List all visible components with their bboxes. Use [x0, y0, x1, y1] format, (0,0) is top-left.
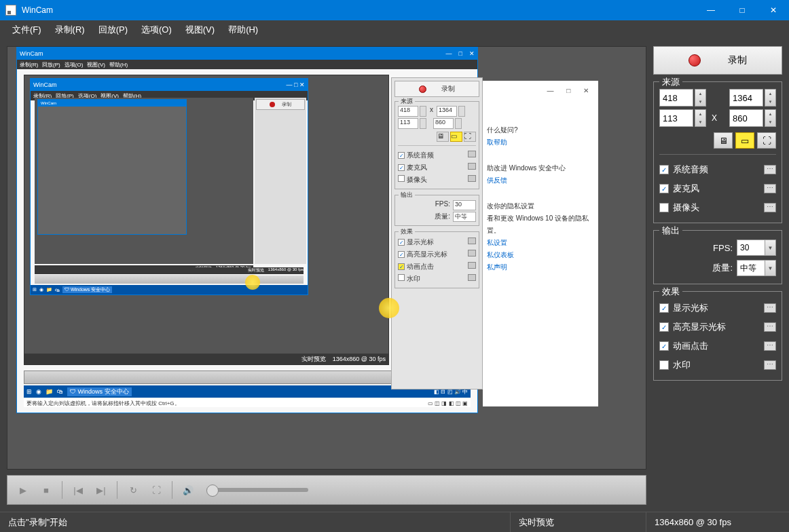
nested-winsec-panel: — □ ✕ 什么疑问? 取帮助 助改进 Windows 安全中心 供反馈 改你的… [483, 81, 598, 406]
watermark-label: 水印 [673, 359, 691, 371]
maximize-button[interactable]: □ [727, 0, 758, 20]
nested-menubar: 录制(R)回放(P)选项(O)视图(V)帮助(H) [17, 60, 477, 69]
system-audio-checkbox[interactable]: ✓ [659, 165, 669, 174]
menu-playback[interactable]: 回放(P) [92, 21, 134, 39]
main-area: WinCam —□✕ 录制(R)回放(P)选项(O)视图(V)帮助(H) Win… [0, 39, 789, 512]
nested-sidebar-panel: 录制 来源 418x1364 113 860 🖥▭⛶ ✓ 系统音频 ✓ 麦克风 … [391, 77, 483, 390]
crop-icon: ⛶ [763, 136, 771, 146]
highlight-cursor-options-button[interactable] [764, 322, 776, 332]
menubar: 文件(F) 录制(R) 回放(P) 选项(O) 视图(V) 帮助(H) [0, 20, 789, 39]
quality-label: 质量: [712, 262, 733, 274]
skip-start-button[interactable]: |◀ [68, 480, 88, 500]
show-cursor-options-button[interactable] [764, 303, 776, 313]
highlight-cursor-label: 高亮显示光标 [673, 321, 726, 333]
play-button[interactable]: ▶ [13, 480, 33, 500]
fps-label: FPS: [713, 243, 733, 253]
panel-output-legend: 输出 [659, 225, 682, 237]
source-h-spinner[interactable]: ▲▼ [765, 109, 776, 127]
titlebar: WinCam — □ ✕ [0, 0, 789, 20]
source-x-input[interactable] [659, 89, 693, 107]
status-hint: 点击"录制"开始 [0, 512, 511, 532]
camera-checkbox[interactable] [659, 203, 669, 212]
watermark-options-button[interactable] [764, 360, 776, 370]
source-w-spinner[interactable]: ▲▼ [765, 89, 776, 107]
panel-source-legend: 来源 [659, 76, 682, 88]
minimize-button[interactable]: — [695, 0, 727, 20]
close-button[interactable]: ✕ [758, 0, 789, 20]
source-x-spinner[interactable]: ▲▼ [695, 89, 706, 107]
menu-file[interactable]: 文件(F) [5, 21, 48, 39]
show-cursor-label: 显示光标 [673, 302, 708, 314]
source-h-input[interactable] [729, 109, 763, 127]
quality-select[interactable]: 中等▼ [737, 260, 776, 276]
show-cursor-checkbox[interactable]: ✓ [659, 303, 669, 313]
source-y-input[interactable] [659, 109, 693, 127]
mode-window-button[interactable]: ▭ [735, 132, 754, 149]
status-preview: 实时预览 [511, 512, 646, 532]
highlight-cursor-checkbox[interactable]: ✓ [659, 322, 669, 332]
status-resolution: 1364x860 @ 30 fps [646, 512, 789, 532]
window-icon: ▭ [741, 136, 749, 146]
source-w-input[interactable] [729, 89, 763, 107]
watermark-checkbox[interactable] [659, 360, 669, 370]
animate-click-checkbox[interactable]: ✓ [659, 341, 669, 351]
source-y-spinner[interactable]: ▲▼ [695, 109, 706, 127]
sidebar: 录制 来源 ▲▼ ▲▼ ▲▼ X ▲▼ 🖥 ▭ [646, 39, 789, 512]
nested-preview: WinCam— □ ✕ 录制(R)回放(P)选项(O)视图(V)帮助(H) Wi… [24, 75, 389, 365]
nested-titlebar: WinCam —□✕ [17, 48, 477, 60]
camera-options-button[interactable] [764, 203, 776, 212]
camera-label: 摄像头 [673, 202, 699, 214]
monitor-icon: 🖥 [719, 136, 728, 146]
system-audio-label: 系统音频 [673, 164, 708, 176]
volume-icon[interactable]: 🔊 [178, 480, 198, 500]
system-audio-options-button[interactable] [764, 165, 776, 174]
statusbar: 点击"录制"开始 实时预览 1364x860 @ 30 fps [0, 512, 789, 532]
animate-click-options-button[interactable] [764, 341, 776, 351]
volume-slider[interactable] [206, 488, 308, 492]
fps-select[interactable]: 30▼ [737, 240, 776, 256]
preview-pane: WinCam —□✕ 录制(R)回放(P)选项(O)视图(V)帮助(H) Win… [0, 39, 646, 512]
fullscreen-button[interactable]: ⛶ [146, 480, 166, 500]
menu-options[interactable]: 选项(O) [134, 21, 179, 39]
chevron-down-icon: ▼ [765, 240, 775, 255]
microphone-options-button[interactable] [764, 184, 776, 193]
preview-viewport[interactable]: WinCam —□✕ 录制(R)回放(P)选项(O)视图(V)帮助(H) Win… [7, 46, 646, 470]
window-title: WinCam [22, 5, 695, 15]
panel-effects: 效果 ✓显示光标 ✓高亮显示光标 ✓动画点击 水印 [653, 291, 782, 381]
record-dot-icon [689, 54, 701, 66]
x-separator: X [712, 113, 717, 123]
panel-output: 输出 FPS: 30▼ 质量: 中等▼ [653, 230, 782, 284]
app-logo-icon [5, 5, 16, 16]
menu-view[interactable]: 视图(V) [179, 21, 221, 39]
mode-region-button[interactable]: ⛶ [757, 132, 776, 149]
transport-bar: ▶ ■ |◀ ▶| ↻ ⛶ 🔊 [7, 475, 646, 505]
panel-source: 来源 ▲▼ ▲▼ ▲▼ X ▲▼ 🖥 ▭ ⛶ [653, 81, 782, 223]
mode-fullscreen-button[interactable]: 🖥 [714, 132, 733, 149]
menu-record[interactable]: 录制(R) [48, 21, 92, 39]
menu-help[interactable]: 帮助(H) [221, 21, 265, 39]
stop-button[interactable]: ■ [36, 480, 56, 500]
microphone-checkbox[interactable]: ✓ [659, 184, 669, 193]
nested2-right-sidebar: 录制 [255, 98, 306, 264]
record-label: 录制 [728, 54, 747, 66]
animate-click-label: 动画点击 [673, 340, 708, 352]
nested-vm-hint: 要将输入定向到该虚拟机，请将鼠标指针移入其中或按 Ctrl+G。 ▭ ◫ ◨ ◧… [24, 399, 471, 407]
record-button[interactable]: 录制 [653, 46, 782, 75]
skip-end-button[interactable]: ▶| [91, 480, 111, 500]
microphone-label: 麦克风 [673, 183, 699, 195]
chevron-down-icon: ▼ [765, 261, 775, 276]
panel-effects-legend: 效果 [659, 286, 682, 298]
nested-window-2: WinCam— □ ✕ 录制(R)回放(P)选项(O)视图(V)帮助(H) Wi… [30, 78, 308, 295]
loop-button[interactable]: ↻ [123, 480, 143, 500]
